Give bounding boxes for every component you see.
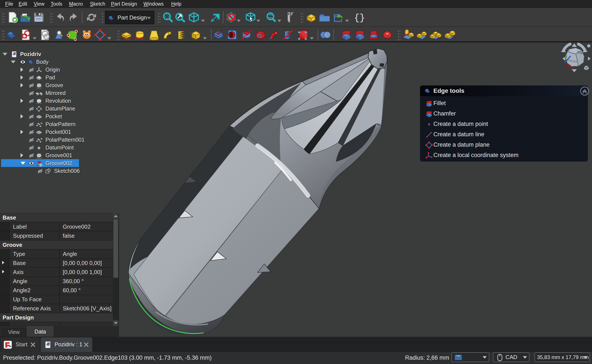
svg-text:{}: {}: [354, 13, 364, 23]
